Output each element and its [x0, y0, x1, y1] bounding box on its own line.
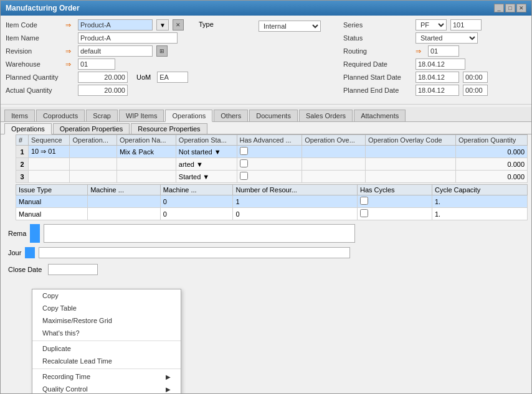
revision-btn[interactable]: ⊞: [156, 45, 168, 57]
planned-end-input[interactable]: [416, 85, 459, 96]
cell-seq: [29, 171, 70, 183]
status-select[interactable]: Started: [416, 32, 478, 44]
cm-recalculate[interactable]: Recalculate Lead Time: [32, 355, 181, 367]
col-has-adv: Has Advanced ...: [237, 135, 302, 146]
col-operation: Operation...: [70, 135, 116, 146]
item-name-input[interactable]: [78, 32, 178, 44]
cm-recording-time[interactable]: Recording Time ▶: [32, 370, 181, 383]
form-left-col: Item Code ⇒ ▼ ✕ Item Name Revision ⇒ ⊞: [6, 19, 189, 98]
planned-end-time[interactable]: [463, 85, 488, 96]
item-name-row: Item Name: [6, 32, 189, 44]
context-menu: Copy Copy Table Maximise/Restore Grid Wh…: [32, 289, 181, 393]
status-row: Status Started: [343, 32, 526, 44]
tab-attachments[interactable]: Attachments: [354, 110, 406, 121]
sub-tab-operations[interactable]: Operations: [4, 123, 52, 134]
table-row[interactable]: Manual 0 0 1.: [16, 208, 528, 220]
close-date-input[interactable]: [48, 264, 98, 275]
cell-op-name: [116, 171, 176, 183]
operations-table: # Sequence Operation... Operation Na... …: [16, 134, 528, 183]
cell-overlay-code: [366, 171, 456, 183]
tab-coproducts[interactable]: Coproducts: [36, 110, 85, 121]
series-select[interactable]: PF: [416, 19, 447, 30]
planned-start-row: Planned Start Date: [343, 72, 526, 83]
planned-start-time[interactable]: [463, 72, 488, 83]
close-button[interactable]: ✕: [516, 4, 526, 12]
journal-input[interactable]: [39, 247, 350, 258]
form-area: Item Code ⇒ ▼ ✕ Item Name Revision ⇒ ⊞: [1, 16, 531, 101]
cell-op-name: Mix & Pack: [116, 146, 176, 158]
main-tabs: Items Coproducts Scrap WIP Items Operati…: [1, 107, 531, 122]
routing-label: Routing: [343, 47, 412, 55]
bottom-section: Rema Jour Close Date: [1, 220, 531, 278]
cell-op-status: Started ▼: [176, 171, 237, 183]
cell-mach1: [88, 195, 161, 208]
tab-others[interactable]: Others: [214, 110, 248, 121]
blue-status-bar: [30, 224, 40, 243]
item-code-input[interactable]: [78, 19, 153, 30]
tab-operations[interactable]: Operations: [165, 110, 212, 122]
form-separator: [1, 104, 531, 105]
type-row: Internal: [259, 21, 333, 32]
revision-row: Revision ⇒ ⊞: [6, 45, 189, 57]
cell-seq: [29, 158, 70, 171]
cm-whats-this[interactable]: What's this?: [32, 327, 181, 339]
table-row[interactable]: 1 10 ⇒ 01 Mix & Pack Not started ▼ 0.000: [16, 146, 528, 158]
tab-sales-orders[interactable]: Sales Orders: [299, 110, 353, 121]
sub-tab-res-properties[interactable]: Resource Properties: [131, 123, 207, 134]
sub-tab-op-properties[interactable]: Operation Properties: [53, 123, 130, 134]
remark-label: Rema: [8, 230, 26, 237]
tab-documents[interactable]: Documents: [249, 110, 298, 121]
cm-recording-time-label: Recording Time: [42, 373, 90, 380]
required-date-input[interactable]: [416, 59, 465, 70]
has-cyc-checkbox[interactable]: [360, 209, 368, 217]
cm-duplicate[interactable]: Duplicate: [32, 342, 181, 355]
cell-num-res: 0: [233, 208, 358, 220]
tab-wip-items[interactable]: WIP Items: [119, 110, 164, 121]
planned-start-label: Planned Start Date: [343, 73, 412, 81]
planned-start-input[interactable]: [416, 72, 459, 83]
cm-copy-table[interactable]: Copy Table: [32, 302, 181, 314]
item-code-clear[interactable]: ✕: [173, 19, 184, 30]
has-adv-checkbox[interactable]: [240, 147, 248, 155]
warehouse-input[interactable]: [78, 59, 115, 70]
col-num: #: [16, 135, 29, 146]
cm-duplicate-label: Duplicate: [42, 345, 71, 352]
remark-input[interactable]: [44, 224, 355, 243]
minimize-button[interactable]: _: [494, 4, 504, 12]
has-adv-checkbox[interactable]: [240, 159, 248, 167]
has-cyc-checkbox[interactable]: [360, 197, 368, 205]
cm-copy[interactable]: Copy: [32, 289, 181, 302]
item-code-dropdown[interactable]: ▼: [156, 19, 169, 30]
required-date-row: Required Date: [343, 59, 526, 70]
tab-scrap[interactable]: Scrap: [86, 110, 118, 121]
cell-issue: Manual: [16, 208, 88, 220]
warehouse-label: Warehouse: [6, 60, 62, 68]
operations-table-wrapper: # Sequence Operation... Operation Na... …: [16, 134, 528, 183]
routing-input[interactable]: [428, 45, 459, 57]
col-quantity: Operation Quantity: [455, 135, 527, 146]
tab-items[interactable]: Items: [4, 110, 35, 121]
cell-op-status: arted ▼: [176, 158, 237, 171]
planned-qty-input[interactable]: [78, 72, 128, 83]
cell-seq: 10 ⇒ 01: [29, 146, 70, 158]
routing-arrow: ⇒: [416, 47, 424, 55]
cell-op-name: [116, 158, 176, 171]
cm-quality-control[interactable]: Quality Control ▶: [32, 383, 181, 393]
item-code-label: Item Code: [6, 21, 62, 29]
type-select[interactable]: Internal: [259, 21, 321, 32]
has-adv-checkbox[interactable]: [240, 172, 248, 180]
actual-qty-input[interactable]: [78, 85, 128, 96]
revision-input[interactable]: [78, 45, 153, 57]
lower-table: Issue Type Machine ... Machine ... Numbe…: [16, 184, 528, 220]
warehouse-arrow: ⇒: [65, 60, 74, 68]
journal-bar: [25, 247, 35, 258]
table-row[interactable]: Manual 0 1 1.: [16, 195, 528, 208]
uom-label: UoM: [136, 73, 151, 81]
actual-qty-label: Actual Quantity: [6, 87, 62, 94]
table-row[interactable]: 2 arted ▼ 0.000: [16, 158, 528, 171]
cm-maximise[interactable]: Maximise/Restore Grid: [32, 314, 181, 327]
uom-input[interactable]: [157, 72, 188, 83]
table-row[interactable]: 3 Started ▼ 0.000: [16, 171, 528, 183]
maximize-button[interactable]: □: [505, 4, 515, 12]
series-num-input[interactable]: [450, 19, 482, 30]
